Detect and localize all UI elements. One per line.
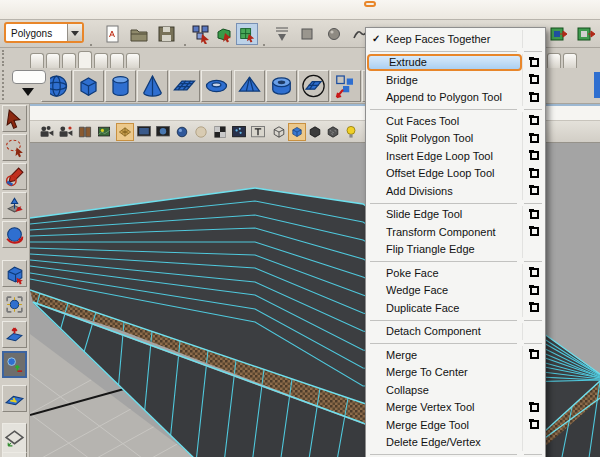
menubar-item[interactable] — [109, 3, 113, 5]
shelf-menu-widget[interactable] — [12, 70, 50, 100]
menu-item-label-area[interactable]: ✓ Merge To Center — [366, 364, 522, 382]
four-pane-layout-icon[interactable] — [2, 452, 27, 457]
particles-display-icon[interactable] — [230, 123, 248, 141]
option-box-icon[interactable] — [530, 186, 539, 195]
menubar-item[interactable] — [40, 3, 44, 5]
option-box-column[interactable] — [522, 112, 545, 130]
option-box-icon[interactable] — [530, 403, 539, 412]
option-box-column[interactable] — [522, 241, 545, 259]
soft-modification-tool-icon[interactable] — [2, 321, 27, 348]
option-box-icon[interactable] — [530, 210, 539, 219]
option-box-column[interactable] — [522, 381, 545, 399]
edit-mesh-menu-item[interactable]: ✓ Split Polygon Tool — [366, 130, 545, 148]
wireframe-on-shaded-icon[interactable] — [270, 123, 288, 141]
shelf-tab[interactable] — [62, 53, 76, 68]
option-box-icon[interactable] — [530, 268, 539, 277]
menu-item-label-area[interactable]: ✓ Merge — [366, 346, 522, 364]
menu-item-label-area[interactable]: ✓ Merge Edge Tool — [366, 416, 522, 434]
single-pane-layout-icon[interactable] — [2, 423, 27, 454]
edit-mesh-menu-item[interactable]: ✓ Merge Edge Tool — [366, 416, 545, 434]
select-by-object-icon[interactable] — [213, 23, 235, 45]
smooth-shade-all-icon[interactable] — [288, 123, 306, 141]
menu-item-label-area[interactable]: ✓ Duplicate Face — [366, 299, 522, 317]
bounding-box-icon[interactable] — [306, 123, 324, 141]
menu-item-label-area[interactable]: ✓ Transform Component — [366, 223, 522, 241]
menu-item-label-area[interactable]: ✓ Extrude — [367, 54, 522, 72]
select-by-component-icon[interactable] — [236, 23, 258, 45]
poly-combine-icon[interactable] — [330, 70, 361, 102]
menu-set-dropdown[interactable]: Polygons — [4, 22, 84, 43]
menubar-item[interactable] — [65, 3, 69, 5]
poly-pyramid-icon[interactable] — [234, 70, 265, 102]
menu-item-label-area[interactable]: ✓ Poke Face — [366, 264, 522, 282]
option-box-column[interactable] — [522, 182, 545, 200]
option-box-icon[interactable] — [530, 350, 539, 359]
shelf-tab[interactable] — [78, 51, 92, 68]
menu-item-label-area[interactable]: ✓ Flip Triangle Edge — [366, 241, 522, 259]
menubar-item[interactable] — [364, 1, 376, 7]
move-tool-icon[interactable] — [2, 192, 27, 219]
shelf-tab[interactable] — [94, 53, 108, 68]
edit-mesh-menu-item[interactable]: ✓ Slide Edge Tool — [366, 206, 545, 224]
menu-item-label-area[interactable]: ✓ Delete Edge/Vertex — [366, 434, 522, 452]
edit-mesh-menu-item[interactable]: ✓ — [366, 106, 545, 112]
menubar-item[interactable] — [249, 3, 253, 5]
edit-mesh-menu-item[interactable]: ✓ Extrude — [366, 54, 545, 72]
shelf-button-partial[interactable] — [594, 72, 600, 98]
option-box-column[interactable] — [522, 364, 545, 382]
menubar-item[interactable] — [8, 3, 12, 5]
paint-selection-tool-icon[interactable] — [2, 163, 27, 190]
shelf-tab[interactable] — [110, 53, 124, 68]
option-box-icon[interactable] — [530, 227, 539, 236]
menubar-item[interactable] — [519, 3, 523, 5]
edit-mesh-menu-item[interactable]: ✓ Merge — [366, 346, 545, 364]
menubar-item[interactable] — [289, 3, 293, 5]
menu-item-label-area[interactable]: ✓ Offset Edge Loop Tool — [366, 165, 522, 183]
option-box-icon[interactable] — [530, 116, 539, 125]
edit-mesh-menu-item[interactable]: ✓ Collapse — [366, 381, 545, 399]
camera-attributes-icon[interactable] — [57, 123, 75, 141]
last-tool-icon[interactable] — [2, 385, 27, 412]
edit-mesh-menu-item[interactable]: ✓ Bridge — [366, 71, 545, 89]
option-box-column[interactable] — [522, 30, 545, 48]
shelf-selector-button[interactable] — [12, 70, 46, 84]
option-box-icon[interactable] — [530, 151, 539, 160]
option-box-column[interactable] — [522, 264, 545, 282]
edit-mesh-menu-item[interactable]: ✓ — [366, 258, 545, 264]
edit-mesh-menu-item[interactable]: ✓ Merge Vertex Tool — [366, 399, 545, 417]
poly-pipe-icon[interactable] — [266, 70, 297, 102]
textured-display-icon[interactable] — [154, 123, 172, 141]
option-box-column[interactable] — [522, 89, 545, 107]
menu-item-label-area[interactable]: ✓ Slide Edge Tool — [366, 206, 522, 224]
shelf-tab[interactable] — [30, 53, 44, 68]
option-box-icon[interactable] — [530, 58, 539, 67]
option-box-column[interactable] — [522, 323, 545, 341]
edit-mesh-menu-item[interactable]: ✓ — [366, 48, 545, 54]
menu-item-label-area[interactable]: ✓ Cut Faces Tool — [366, 112, 522, 130]
menu-item-label-area[interactable]: ✓ Keep Faces Together — [366, 30, 522, 48]
menubar-item[interactable] — [196, 3, 200, 5]
show-manipulator-tool-icon[interactable] — [2, 351, 27, 378]
image-plane-icon[interactable] — [95, 123, 113, 141]
option-box-column[interactable] — [522, 282, 545, 300]
lasso-tool-icon[interactable] — [2, 134, 27, 161]
option-box-column[interactable] — [522, 299, 545, 317]
wireframe-display-icon[interactable] — [116, 123, 134, 141]
textured-cube-icon[interactable] — [324, 123, 342, 141]
menu-item-label-area[interactable]: ✓ Detach Component — [366, 323, 522, 341]
edit-mesh-menu-item[interactable]: ✓ Duplicate Face — [366, 299, 545, 317]
universal-manipulator-icon[interactable] — [2, 291, 27, 318]
open-scene-icon[interactable] — [128, 23, 150, 45]
menu-item-label-area[interactable]: ✓ Split Polygon Tool — [366, 130, 522, 148]
edit-mesh-menu-item[interactable]: ✓ Flip Triangle Edge — [366, 241, 545, 259]
poly-torus-icon[interactable] — [201, 70, 232, 102]
shelf-menu-arrow-icon[interactable] — [22, 88, 34, 102]
option-box-icon[interactable] — [530, 303, 539, 312]
checker-display-icon[interactable] — [211, 123, 229, 141]
option-box-icon[interactable] — [530, 93, 539, 102]
drag-handle[interactable] — [2, 50, 5, 66]
menu-item-label-area[interactable]: ✓ Add Divisions — [366, 182, 522, 200]
option-box-icon[interactable] — [530, 420, 539, 429]
edit-mesh-menu-item[interactable]: ✓ Cut Faces Tool — [366, 112, 545, 130]
menubar-item[interactable] — [555, 3, 559, 5]
